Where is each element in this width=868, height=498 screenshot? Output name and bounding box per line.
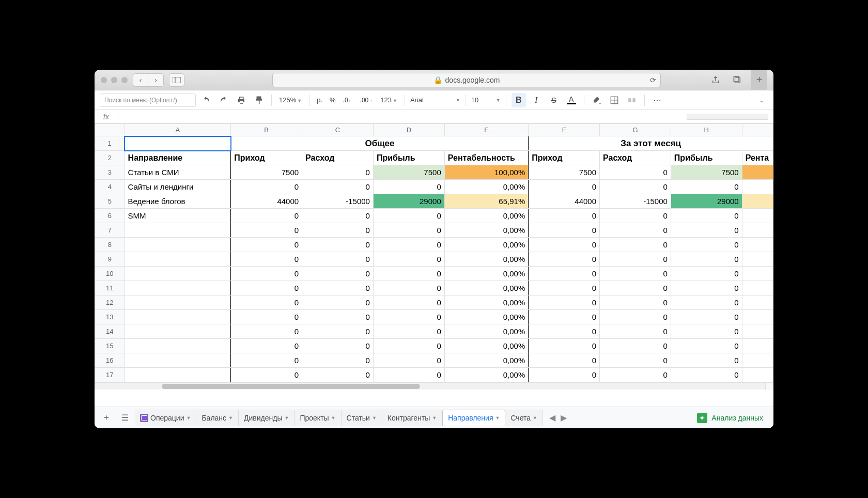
header-rentability[interactable]: Рентабельность <box>444 151 529 165</box>
cell-income[interactable]: 7500 <box>231 165 302 180</box>
cell-rentability[interactable]: 0,00% <box>444 324 529 339</box>
row-header[interactable]: 7 <box>95 223 125 238</box>
cell-rentability[interactable]: 0,00% <box>444 223 529 238</box>
header-rentability-2[interactable]: Рента <box>742 151 773 165</box>
cell-profit-2[interactable]: 0 <box>671 281 742 295</box>
cell-profit-2[interactable]: 0 <box>671 353 742 368</box>
row-header[interactable]: 4 <box>95 180 125 194</box>
cell-rentability[interactable]: 0,00% <box>444 353 529 368</box>
cell-rentability[interactable]: 0,00% <box>444 252 529 267</box>
col-I[interactable] <box>742 124 773 136</box>
cell-rentability-2[interactable] <box>742 295 773 310</box>
cell-rentability-2[interactable] <box>742 252 773 267</box>
sheet-tab[interactable]: Дивиденды▼ <box>239 410 295 426</box>
font-size-select[interactable]: 10 <box>471 96 492 104</box>
cell-profit[interactable]: 0 <box>373 295 444 310</box>
cell-rentability[interactable]: 100,00% <box>444 165 529 180</box>
cell-income[interactable]: 0 <box>231 353 302 368</box>
url-bar[interactable]: 🔒 docs.google.com ⟳ <box>272 73 661 87</box>
more-button[interactable]: ⋯ <box>650 93 664 107</box>
sheet-tab[interactable]: Направления▼ <box>442 410 505 426</box>
cell-expense-2[interactable]: 0 <box>600 252 671 267</box>
cell-expense-2[interactable]: 0 <box>600 310 671 324</box>
cell-income-2[interactable]: 0 <box>529 295 600 310</box>
strike-button[interactable]: S <box>547 93 561 107</box>
cell-income[interactable]: 0 <box>231 324 302 339</box>
zoom-icon[interactable] <box>121 77 128 83</box>
cell-income[interactable]: 0 <box>231 281 302 295</box>
tab-menu-caret[interactable]: ▼ <box>187 415 191 421</box>
group-header-total[interactable]: Общее <box>231 136 529 151</box>
cell-rentability-2[interactable] <box>742 165 773 180</box>
fill-color-button[interactable] <box>590 93 604 107</box>
row-header[interactable]: 6 <box>95 209 125 223</box>
cell-rentability-2[interactable] <box>742 223 773 238</box>
cell-income[interactable]: 0 <box>231 339 302 353</box>
cell-income-2[interactable]: 0 <box>529 368 600 382</box>
cell-expense[interactable]: 0 <box>302 252 374 267</box>
cell-direction[interactable] <box>125 310 231 324</box>
cell-expense[interactable]: -15000 <box>302 194 374 209</box>
row-header[interactable]: 12 <box>95 295 125 310</box>
cell-expense-2[interactable]: 0 <box>600 368 671 382</box>
tab-scroll-left[interactable]: ◀ <box>549 413 555 423</box>
cell-expense[interactable]: 0 <box>302 267 374 281</box>
cell-profit-2[interactable]: 0 <box>671 324 742 339</box>
cell-profit-2[interactable]: 7500 <box>671 165 742 180</box>
cell-income-2[interactable]: 0 <box>529 180 600 194</box>
cell-income[interactable]: 0 <box>231 223 302 238</box>
cell-direction[interactable] <box>125 223 231 238</box>
cell-profit[interactable]: 0 <box>373 339 444 353</box>
cell-expense-2[interactable]: 0 <box>600 281 671 295</box>
cell-income[interactable]: 0 <box>231 267 302 281</box>
undo-button[interactable] <box>199 93 213 107</box>
cell-profit-2[interactable]: 29000 <box>671 194 742 209</box>
cell-rentability[interactable]: 65,91% <box>444 194 529 209</box>
col-B[interactable]: B <box>231 124 302 136</box>
cell-income-2[interactable]: 7500 <box>529 165 600 180</box>
collapse-toolbar[interactable]: ⌄ <box>754 93 768 107</box>
cell-profit[interactable]: 0 <box>373 252 444 267</box>
tab-menu-caret[interactable]: ▼ <box>331 415 336 421</box>
cell-profit-2[interactable]: 0 <box>671 339 742 353</box>
row-header[interactable]: 1 <box>95 136 125 151</box>
sheet-tab[interactable]: Баланс▼ <box>196 410 239 426</box>
explore-button[interactable]: ✦ Анализ данных <box>697 413 770 423</box>
cell-profit-2[interactable]: 0 <box>671 295 742 310</box>
sheet-tab[interactable]: Счета▼ <box>505 410 543 426</box>
tab-menu-caret[interactable]: ▼ <box>533 415 537 421</box>
cell-profit[interactable]: 29000 <box>373 194 444 209</box>
cell-expense[interactable]: 0 <box>302 368 374 382</box>
print-button[interactable] <box>234 93 249 107</box>
col-H[interactable]: H <box>671 124 742 136</box>
italic-button[interactable]: I <box>529 93 544 107</box>
menu-search[interactable]: Поиск по меню (Option+/) <box>100 94 196 107</box>
sheet-tab[interactable]: Контрагенты▼ <box>382 410 442 426</box>
cell-income[interactable]: 44000 <box>231 194 302 209</box>
cell-rentability-2[interactable] <box>742 194 773 209</box>
decrease-decimals[interactable]: .0← <box>341 97 355 104</box>
cell-profit[interactable]: 0 <box>373 368 444 382</box>
row-header[interactable]: 15 <box>95 339 125 353</box>
cell-income-2[interactable]: 0 <box>529 353 600 368</box>
header-expense[interactable]: Расход <box>302 151 374 165</box>
cell-income-2[interactable]: 0 <box>529 267 600 281</box>
cell-income-2[interactable]: 0 <box>529 209 600 223</box>
cell-rentability-2[interactable] <box>742 267 773 281</box>
redo-button[interactable] <box>216 93 231 107</box>
cell-expense-2[interactable]: 0 <box>600 238 671 252</box>
header-expense-2[interactable]: Расход <box>600 151 671 165</box>
cell-profit-2[interactable]: 0 <box>671 368 742 382</box>
col-C[interactable]: C <box>302 124 374 136</box>
cell-expense[interactable]: 0 <box>302 165 374 180</box>
header-income[interactable]: Приход <box>231 151 302 165</box>
new-tab-button[interactable]: + <box>751 70 767 90</box>
cell-profit-2[interactable]: 0 <box>671 180 742 194</box>
cell-profit[interactable]: 0 <box>373 209 444 223</box>
borders-button[interactable] <box>607 93 622 107</box>
row-header[interactable]: 13 <box>95 310 125 324</box>
cell-expense[interactable]: 0 <box>302 310 374 324</box>
header-income-2[interactable]: Приход <box>529 151 600 165</box>
cell-direction[interactable] <box>125 252 231 267</box>
formula-input[interactable] <box>118 110 687 123</box>
